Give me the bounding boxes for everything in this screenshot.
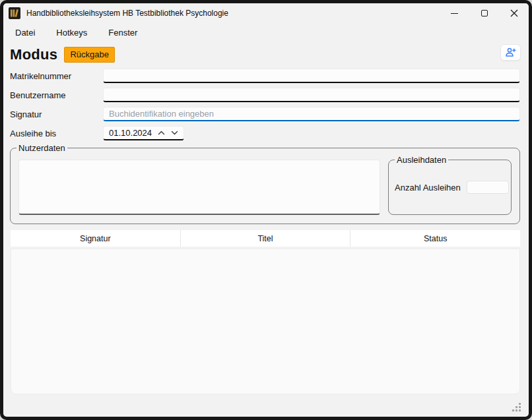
maximize-button[interactable] — [469, 3, 499, 23]
form-row-matrikelnummer: Matrikelnummer — [10, 69, 520, 83]
column-header-status[interactable]: Status — [350, 230, 520, 247]
nutzerdaten-textarea[interactable] — [18, 160, 380, 215]
menu-item-fenster[interactable]: Fenster — [108, 28, 137, 38]
close-button[interactable] — [499, 3, 529, 23]
chevron-up-icon — [158, 131, 165, 135]
nutzerdaten-title: Nutzerdaten — [17, 143, 67, 153]
app-window: Handbibliotheksleihsystem HB Testbibliot… — [0, 0, 532, 420]
close-icon — [510, 9, 518, 17]
form-row-ausleihe-bis: Ausleihe bis 01.10.2024 — [10, 126, 520, 140]
app-icon — [9, 7, 20, 19]
date-spinner-down-button[interactable] — [168, 127, 181, 139]
mode-badge[interactable]: Rückgabe — [64, 47, 115, 63]
ausleihdaten-title: Ausleihdaten — [395, 155, 448, 165]
results-table-body — [11, 249, 520, 394]
minimize-button[interactable] — [440, 3, 469, 23]
matrikelnummer-label: Matrikelnummer — [10, 71, 103, 81]
title-bar: Handbibliotheksleihsystem HB Testbibliot… — [3, 3, 529, 23]
anzahl-ausleihen-label: Anzahl Ausleihen — [395, 183, 461, 193]
table-header-row: Signatur Titel Status — [11, 230, 520, 247]
person-add-icon — [505, 47, 516, 57]
signatur-label: Signatur — [10, 109, 103, 119]
date-spinner-up-button[interactable] — [154, 127, 168, 139]
column-header-titel[interactable]: Titel — [181, 230, 351, 247]
matrikelnummer-input[interactable] — [103, 69, 520, 83]
resize-grip[interactable] — [512, 402, 521, 412]
menu-item-datei[interactable]: Datei — [15, 28, 35, 38]
mode-row: Modus Rückgabe — [3, 44, 529, 66]
add-user-button[interactable] — [500, 44, 521, 61]
anzahl-row: Anzahl Ausleihen — [395, 165, 505, 209]
benutzername-input[interactable] — [103, 88, 520, 102]
chevron-down-icon — [171, 131, 178, 135]
minimize-icon — [451, 13, 458, 14]
lending-form: Matrikelnummer Benutzername Signatur Aus… — [3, 66, 529, 140]
form-row-signatur: Signatur — [10, 107, 520, 121]
date-spinner[interactable]: 01.10.2024 — [103, 126, 184, 140]
results-table: Signatur Titel Status — [11, 230, 520, 394]
anzahl-ausleihen-input[interactable] — [467, 181, 509, 194]
ausleihe-bis-label: Ausleihe bis — [10, 129, 103, 138]
date-spinner-value: 01.10.2024 — [109, 128, 154, 138]
maximize-icon — [481, 10, 488, 16]
window-controls — [440, 3, 529, 23]
resize-grip-icon — [512, 402, 514, 404]
menu-bar: Datei Hotkeys Fenster — [3, 23, 529, 44]
form-row-benutzername: Benutzername — [10, 88, 520, 102]
page-title: Modus — [10, 46, 57, 63]
column-header-signatur[interactable]: Signatur — [11, 230, 181, 247]
window-title: Handbibliotheksleihsystem HB Testbibliot… — [26, 9, 228, 18]
nutzerdaten-groupbox: Nutzerdaten Ausleihdaten Anzahl Ausleihe… — [10, 148, 520, 224]
benutzername-label: Benutzername — [10, 90, 103, 100]
nutzerdaten-content: Ausleihdaten Anzahl Ausleihen — [18, 160, 512, 215]
menu-item-hotkeys[interactable]: Hotkeys — [56, 28, 87, 38]
signatur-input[interactable] — [103, 107, 520, 121]
ausleihdaten-groupbox: Ausleihdaten Anzahl Ausleihen — [388, 160, 512, 215]
